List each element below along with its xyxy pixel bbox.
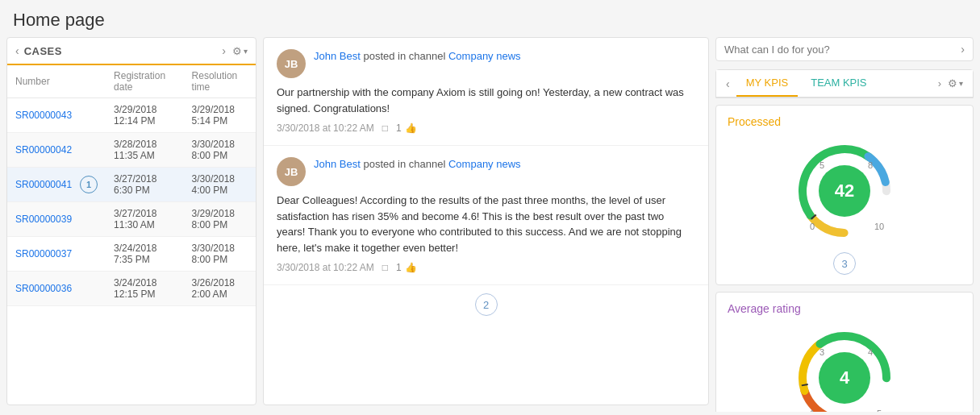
search-input[interactable] — [724, 44, 954, 56]
table-row[interactable]: SR0000004113/27/2018 6:30 PM3/30/2018 4:… — [7, 168, 256, 202]
resolution-time: 3/26/2018 2:00 AM — [184, 272, 256, 306]
case-number[interactable]: SR000000411 — [7, 168, 106, 202]
gauge-wrapper: 0 10 5 8 423 — [788, 135, 901, 275]
svg-text:3: 3 — [819, 347, 824, 357]
like-section: 1 👍 — [396, 262, 417, 273]
resolution-time: 3/30/2018 8:00 PM — [184, 237, 256, 272]
table-row[interactable]: SR000000393/27/2018 11:30 AM3/29/2018 8:… — [7, 202, 256, 237]
case-number[interactable]: SR00000037 — [7, 237, 106, 272]
col-res-time: Resolution time — [184, 65, 256, 98]
tab-my-kpis[interactable]: MY KPIS — [736, 70, 799, 97]
kpi-forward-icon: › — [938, 77, 941, 89]
table-row[interactable]: SR000000363/24/2018 12:15 PM3/26/2018 2:… — [7, 272, 256, 306]
comment-button[interactable]: □ — [382, 262, 388, 273]
registration-date: 3/28/2018 11:35 AM — [106, 133, 184, 168]
feed-panel: JB John Best posted in channel Company n… — [263, 37, 709, 405]
page-title: Home page — [0, 0, 980, 37]
kpi-tabs: ‹ MY KPIS TEAM KPIS › ⚙ ▾ — [716, 70, 973, 98]
avatar: JB — [277, 157, 306, 186]
like-count: 1 — [396, 262, 402, 273]
kpi-card-avg-rating: Average rating 1 5 3 4 4 — [715, 292, 974, 412]
registration-date: 3/29/2018 12:14 PM — [106, 98, 184, 133]
cases-settings-button[interactable]: ⚙ ▾ — [232, 45, 248, 57]
kpi-tabs-wrapper: ‹ MY KPIS TEAM KPIS › ⚙ ▾ — [715, 69, 974, 98]
table-row[interactable]: SR000000433/29/2018 12:14 PM3/29/2018 5:… — [7, 98, 256, 133]
post-timestamp: 3/30/2018 at 10:22 AM — [277, 262, 374, 273]
avatar: JB — [277, 49, 306, 78]
chevron-down-icon: ▾ — [244, 47, 248, 56]
case-number[interactable]: SR00000042 — [7, 133, 106, 168]
feed-post-footer: 3/30/2018 at 10:22 AM □ 1 👍 — [277, 122, 695, 134]
registration-date: 3/27/2018 11:30 AM — [106, 202, 184, 237]
gear-icon: ⚙ — [232, 45, 242, 57]
gauge-center-value: 4 — [819, 352, 870, 404]
kpi-card-title: Processed — [728, 115, 961, 128]
post-timestamp: 3/30/2018 at 10:22 AM — [277, 122, 374, 134]
case-number[interactable]: SR00000043 — [7, 98, 106, 133]
comment-button[interactable]: □ — [382, 122, 388, 134]
case-number[interactable]: SR00000039 — [7, 202, 106, 237]
feed-post: JB John Best posted in channel Company n… — [264, 146, 708, 285]
case-number[interactable]: SR00000036 — [7, 272, 106, 306]
gauge-wrapper: 1 5 3 4 4 — [788, 322, 901, 412]
table-row[interactable]: SR000000423/28/2018 11:35 AM3/30/2018 8:… — [7, 133, 256, 168]
cases-header-left: ‹ CASES — [15, 44, 62, 57]
resolution-time: 3/29/2018 8:00 PM — [184, 202, 256, 237]
svg-text:4: 4 — [868, 347, 873, 357]
kpi-gear-icon: ⚙ — [948, 77, 957, 89]
resolution-time: 3/30/2018 8:00 PM — [184, 133, 256, 168]
feed-post-header: JB John Best posted in channel Company n… — [277, 49, 695, 78]
main-layout: ‹ CASES › ⚙ ▾ Number Registration date — [0, 37, 980, 412]
cases-back-button[interactable]: ‹ — [15, 44, 19, 57]
col-reg-date: Registration date — [106, 65, 184, 98]
like-button[interactable]: 👍 — [405, 122, 417, 134]
svg-text:5: 5 — [819, 160, 824, 170]
post-channel[interactable]: Company news — [448, 158, 521, 170]
cases-forward-button[interactable]: › — [222, 44, 226, 57]
col-number: Number — [7, 65, 106, 98]
kpi-chevron-icon: ▾ — [959, 79, 963, 88]
table-row[interactable]: SR000000373/24/2018 7:35 PM3/30/2018 8:0… — [7, 237, 256, 272]
like-count: 1 — [396, 122, 402, 134]
post-action: posted in channel — [363, 50, 448, 62]
annotation-badge-3[interactable]: 3 — [833, 252, 856, 275]
cases-table: Number Registration date Resolution time… — [7, 65, 256, 306]
post-author[interactable]: John Best — [314, 158, 361, 170]
page-container: Home page ‹ CASES › ⚙ ▾ — [0, 0, 980, 412]
cases-header-right: › ⚙ ▾ — [222, 44, 248, 57]
kpi-card-processed: Processed 0 10 5 8 423 — [715, 105, 974, 285]
feed-post-body: Our partnership with the company Axiom i… — [277, 85, 695, 116]
kpi-sub-badge: 3 — [833, 252, 856, 275]
post-author[interactable]: John Best — [314, 50, 361, 62]
svg-text:5: 5 — [877, 409, 882, 412]
feed-post: JB John Best posted in channel Company n… — [264, 38, 708, 146]
kpi-card-title: Average rating — [728, 302, 961, 315]
svg-text:0: 0 — [810, 222, 815, 231]
search-bar: › — [715, 37, 974, 61]
search-arrow-icon[interactable]: › — [961, 43, 965, 56]
cases-title: CASES — [24, 45, 62, 57]
svg-text:1: 1 — [810, 409, 815, 412]
like-button[interactable]: 👍 — [405, 262, 417, 273]
svg-line-13 — [802, 384, 808, 385]
resolution-time: 3/29/2018 5:14 PM — [184, 98, 256, 133]
gauge-center-value: 42 — [819, 165, 870, 217]
post-channel[interactable]: Company news — [448, 50, 521, 62]
feed-page-badge[interactable]: 2 — [475, 293, 498, 316]
registration-date: 3/24/2018 12:15 PM — [106, 272, 184, 306]
like-section: 1 👍 — [396, 122, 417, 134]
cases-panel: ‹ CASES › ⚙ ▾ Number Registration date — [6, 37, 256, 405]
feed-post-footer: 3/30/2018 at 10:22 AM □ 1 👍 — [277, 262, 695, 273]
kpi-cards-container: Processed 0 10 5 8 423Average rating — [715, 105, 974, 412]
gauge-container: 1 5 3 4 4 — [788, 322, 901, 412]
tab-team-kpis[interactable]: TEAM KPIS — [801, 70, 876, 97]
kpi-settings-button[interactable]: › ⚙ ▾ — [935, 71, 966, 96]
kpi-back-button[interactable]: ‹ — [723, 71, 733, 97]
registration-date: 3/24/2018 7:35 PM — [106, 237, 184, 272]
feed-post-meta: John Best posted in channel Company news — [314, 49, 521, 64]
svg-text:8: 8 — [868, 160, 873, 170]
cases-header: ‹ CASES › ⚙ ▾ — [7, 38, 256, 65]
feed-post-header: JB John Best posted in channel Company n… — [277, 157, 695, 186]
feed-posts-container: JB John Best posted in channel Company n… — [264, 38, 708, 285]
feed-pagination: 2 — [264, 285, 708, 324]
